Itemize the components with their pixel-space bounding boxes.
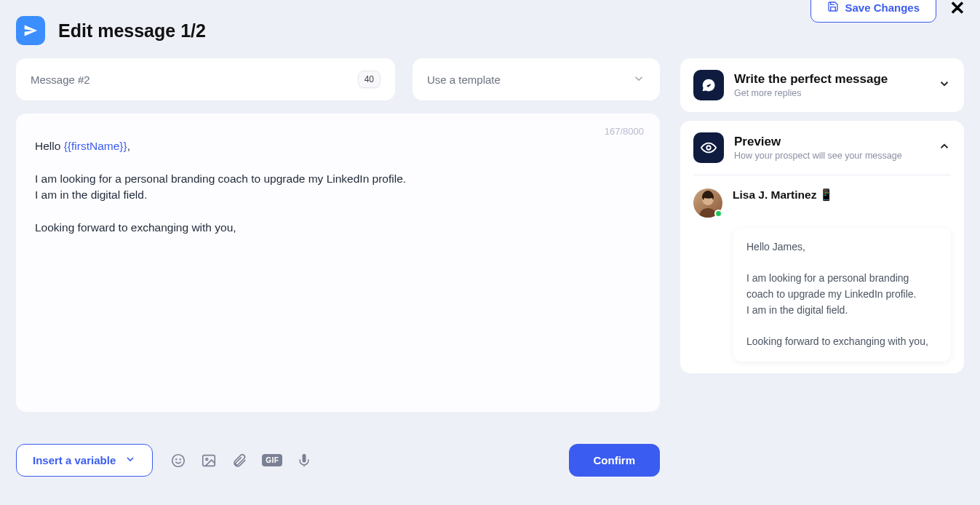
template-select[interactable]: Use a template bbox=[413, 58, 660, 100]
preview-subtitle: How your prospect will see your message bbox=[734, 151, 928, 161]
eye-icon bbox=[693, 132, 724, 163]
message-label-card: Message #2 40 bbox=[16, 58, 395, 100]
editor-toolbar: Insert a variable GIF bbox=[16, 444, 660, 477]
chevron-down-icon[interactable] bbox=[938, 77, 951, 93]
phone-emoji: 📱 bbox=[819, 188, 833, 202]
perfect-message-panel[interactable]: Write the perfect message Get more repli… bbox=[680, 58, 964, 112]
image-icon[interactable] bbox=[201, 453, 217, 469]
avatar bbox=[693, 188, 722, 218]
chevron-up-icon[interactable] bbox=[938, 140, 951, 156]
preview-message-bubble: Hello James, I am looking for a personal… bbox=[733, 228, 951, 362]
message-editor[interactable]: 167/8000 Hello {{firstName}},I am lookin… bbox=[16, 114, 660, 412]
svg-rect-3 bbox=[203, 455, 215, 466]
svg-point-0 bbox=[172, 454, 185, 466]
perfect-title: Write the perfect message bbox=[734, 72, 928, 87]
presence-indicator bbox=[714, 210, 722, 218]
save-changes-button[interactable]: Save Changes bbox=[810, 0, 936, 23]
insert-variable-button[interactable]: Insert a variable bbox=[16, 444, 153, 477]
svg-point-1 bbox=[176, 458, 177, 459]
template-placeholder: Use a template bbox=[427, 73, 501, 86]
save-changes-label: Save Changes bbox=[845, 1, 920, 14]
save-icon bbox=[827, 1, 839, 15]
perfect-subtitle: Get more replies bbox=[734, 88, 928, 98]
confirm-button[interactable]: Confirm bbox=[569, 444, 661, 477]
firstname-variable: {{firstName}} bbox=[64, 140, 127, 152]
prospect-name: Lisa J. Martinez 📱 bbox=[733, 188, 833, 202]
attachment-icon[interactable] bbox=[231, 453, 247, 469]
message-char-badge: 40 bbox=[358, 71, 381, 88]
chat-icon bbox=[693, 70, 724, 100]
preview-panel: Preview How your prospect will see your … bbox=[680, 121, 964, 373]
chevron-down-icon bbox=[124, 453, 136, 467]
message-number-label: Message #2 bbox=[31, 73, 90, 86]
svg-point-5 bbox=[706, 146, 711, 150]
page-title: Edit message 1/2 bbox=[58, 20, 206, 41]
editor-body: Hello {{firstName}},I am looking for a p… bbox=[35, 132, 641, 236]
preview-title: Preview bbox=[734, 135, 928, 149]
svg-point-2 bbox=[180, 458, 181, 459]
char-count: 167/8000 bbox=[605, 125, 644, 139]
gif-icon[interactable]: GIF bbox=[262, 454, 282, 466]
microphone-icon[interactable] bbox=[297, 453, 311, 469]
svg-point-4 bbox=[206, 458, 208, 460]
chevron-down-icon bbox=[632, 72, 645, 87]
emoji-icon[interactable] bbox=[170, 453, 186, 469]
close-icon[interactable]: ✕ bbox=[949, 0, 965, 17]
insert-variable-label: Insert a variable bbox=[33, 454, 116, 466]
send-icon bbox=[16, 16, 45, 45]
